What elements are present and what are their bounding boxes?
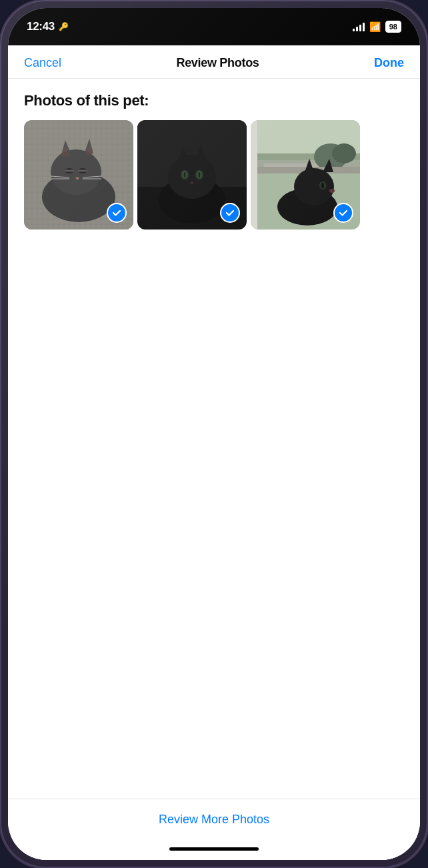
photo-item-1[interactable]: [24, 120, 133, 230]
svg-point-32: [199, 172, 201, 177]
section-title: Photos of this pet:: [8, 79, 420, 120]
svg-point-31: [184, 172, 186, 177]
photo-item-2[interactable]: [137, 120, 247, 230]
key-icon: 🔑: [59, 22, 69, 31]
photo-selected-badge-2: [220, 203, 240, 223]
wifi-icon: 📶: [369, 21, 381, 32]
navigation-bar: Cancel Review Photos Done: [8, 45, 420, 79]
content-area: Cancel Review Photos Done Photos of this…: [8, 45, 420, 860]
status-bar-right: 📶 98: [353, 21, 401, 33]
signal-icon: [353, 22, 365, 31]
svg-point-20: [51, 149, 101, 195]
signal-bar-4: [363, 23, 365, 31]
page-title: Review Photos: [176, 56, 259, 70]
signal-bar-1: [353, 29, 355, 31]
signal-bar-3: [359, 25, 361, 31]
status-time: 12:43: [27, 20, 55, 33]
svg-point-48: [329, 189, 335, 193]
status-bar: 12:43 🔑 📶 98: [8, 8, 420, 45]
photo-grid: [8, 120, 420, 230]
home-indicator: [8, 837, 420, 860]
review-more-button[interactable]: Review More Photos: [159, 813, 269, 827]
photo-item-3[interactable]: [251, 120, 360, 230]
home-bar: [169, 847, 259, 851]
svg-point-43: [294, 168, 334, 205]
bottom-action-bar: Review More Photos: [8, 799, 420, 837]
photo-selected-badge-1: [107, 203, 127, 223]
battery-indicator: 98: [385, 21, 401, 33]
svg-point-24: [168, 155, 216, 199]
phone-screen: 12:43 🔑 📶 98 Cancel Review Photos: [8, 8, 420, 860]
svg-rect-49: [251, 120, 257, 230]
photo-selected-badge-3: [333, 203, 353, 223]
signal-bar-2: [356, 27, 358, 31]
status-bar-left: 12:43 🔑: [27, 20, 69, 33]
cancel-button[interactable]: Cancel: [24, 56, 61, 70]
done-button[interactable]: Done: [374, 56, 404, 70]
phone-frame: 12:43 🔑 📶 98 Cancel Review Photos: [0, 0, 428, 868]
svg-point-47: [321, 183, 324, 189]
content-spacer: [8, 230, 420, 799]
dynamic-island: [172, 16, 256, 39]
svg-point-40: [332, 143, 356, 163]
